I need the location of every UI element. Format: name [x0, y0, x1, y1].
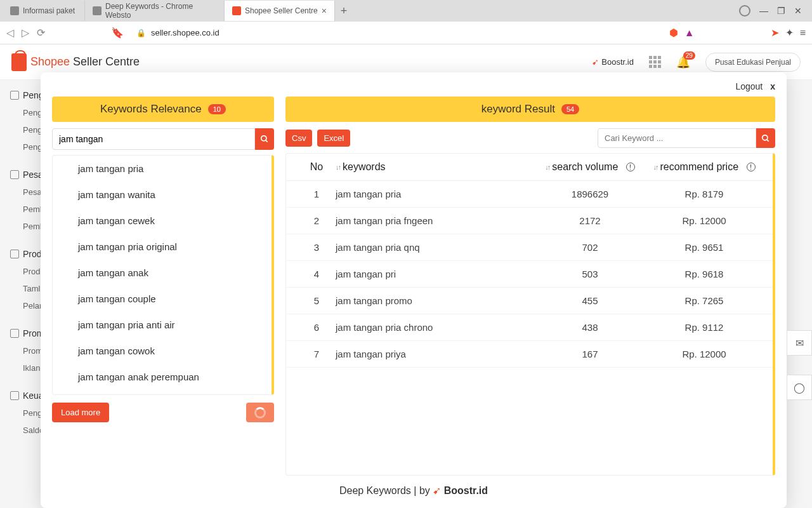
relevance-item[interactable]: jam tangan pria: [53, 156, 272, 182]
profile-icon[interactable]: [739, 5, 750, 17]
cell-volume: 2172: [533, 215, 647, 226]
cell-no: 2: [298, 215, 336, 226]
relevance-list[interactable]: jam tangan pria jam tangan wanita jam ta…: [52, 155, 274, 395]
cell-no: 3: [298, 242, 336, 253]
relevance-item[interactable]: jam tangan anak perempuan: [53, 364, 272, 390]
notification-badge: 29: [683, 51, 695, 60]
relevance-item[interactable]: jam tangan couple: [53, 286, 272, 312]
table-row[interactable]: 4 jam tangan pri 503 Rp. 9618: [286, 261, 773, 288]
browser-tab-active[interactable]: Shopee Seller Centre×: [225, 1, 335, 21]
relevance-item[interactable]: jam tangan pria anti air: [53, 312, 272, 338]
notifications-button[interactable]: 🔔 29: [676, 55, 690, 69]
extension-rocket-icon[interactable]: ➤: [771, 27, 779, 39]
envelope-icon: ✉: [796, 337, 804, 349]
close-window-icon[interactable]: ✕: [794, 6, 802, 16]
list-icon: [10, 170, 19, 179]
sort-icon: ↓↑: [336, 163, 340, 171]
address-bar: ◁ ▷ ⟳ 🔖 🔒 seller.shopee.co.id ⬢ ▲ ➤ ✦ ≡: [0, 22, 812, 44]
education-button[interactable]: Pusat Edukasi Penjual: [705, 53, 801, 72]
back-icon[interactable]: ◁: [6, 27, 14, 39]
new-tab-button[interactable]: +: [335, 4, 353, 18]
relevance-item[interactable]: jam tangan pria original: [53, 234, 272, 260]
sort-icon: ↓↑: [653, 163, 657, 171]
result-search-button[interactable]: [756, 128, 775, 148]
footer-brand: Boostr.id: [444, 485, 488, 496]
cell-volume: 503: [533, 269, 647, 279]
result-filter-input[interactable]: [598, 128, 756, 148]
col-keywords[interactable]: ↓↑keywords: [336, 161, 533, 173]
forward-icon[interactable]: ▷: [22, 27, 29, 39]
cell-keyword: jam tangan pria fngeen: [336, 215, 533, 226]
help-widget[interactable]: ◯: [787, 375, 812, 400]
cell-no: 7: [298, 349, 336, 359]
export-csv-button[interactable]: Csv: [285, 130, 312, 147]
col-price[interactable]: ↓↑recommend price !: [647, 161, 761, 173]
brave-rewards-icon[interactable]: ▲: [684, 27, 695, 39]
boostr-link[interactable]: ➹Boostr.id: [592, 57, 634, 67]
relevance-item[interactable]: jam tangan wanita: [53, 182, 272, 208]
logo-icon: [11, 53, 27, 71]
relevance-item[interactable]: jam tangan cewek: [53, 208, 272, 234]
boostr-label: Boostr.id: [601, 57, 634, 67]
relevance-panel: Keywords Relevance 10 jam tangan pria ja…: [52, 97, 274, 476]
cell-keyword: jam tangan pria: [336, 189, 533, 199]
table-row[interactable]: 3 jam tangan pria qnq 702 Rp. 9651: [286, 234, 773, 261]
lock-icon: 🔒: [136, 29, 146, 37]
address-input[interactable]: 🔒 seller.shopee.co.id: [131, 28, 662, 37]
brand-text: Shopee: [30, 55, 70, 68]
url-text: seller.shopee.co.id: [151, 28, 219, 37]
result-header: keyword Result 54: [285, 97, 775, 122]
relevance-item[interactable]: jam tangan cowok: [53, 338, 272, 364]
col-volume[interactable]: ↓↑search volume !: [533, 161, 647, 173]
rocket-icon: ➹: [592, 57, 599, 67]
relevance-item[interactable]: jam tangan anak: [53, 260, 272, 286]
logout-link[interactable]: Logout: [735, 81, 763, 91]
info-icon[interactable]: !: [747, 163, 756, 171]
maximize-icon[interactable]: ❐: [777, 6, 785, 16]
tag-icon: [10, 329, 19, 338]
window-controls: — ❐ ✕: [739, 5, 809, 17]
close-tab-icon[interactable]: ×: [322, 6, 327, 16]
cell-keyword: jam tangan promo: [336, 295, 533, 306]
browser-tab[interactable]: Informasi paket: [3, 1, 85, 21]
apps-icon[interactable]: [649, 56, 661, 68]
modal-footer: Deep Keywords | by ➹ Boostr.id: [52, 476, 775, 499]
rocket-icon: ➹: [433, 485, 441, 496]
mail-widget[interactable]: ✉: [787, 330, 812, 356]
info-icon[interactable]: !: [626, 163, 635, 171]
browser-tab[interactable]: Deep Keywords - Chrome Websto: [85, 1, 225, 21]
col-no[interactable]: No: [298, 161, 336, 173]
minimize-icon[interactable]: —: [759, 6, 768, 16]
brave-shield-icon[interactable]: ⬢: [669, 27, 678, 39]
reload-icon[interactable]: ⟳: [37, 27, 45, 39]
cell-price: Rp. 12000: [647, 349, 761, 359]
table-row[interactable]: 5 jam tangan promo 455 Rp. 7265: [286, 288, 773, 314]
cell-volume: 455: [533, 295, 647, 306]
brand-subtext: Seller Centre: [73, 55, 140, 68]
relevance-title: Keywords Relevance: [100, 103, 202, 116]
result-panel: keyword Result 54 Csv Excel No ↓↑keyword…: [285, 97, 775, 476]
cell-price: Rp. 9112: [647, 322, 761, 333]
cell-keyword: jam tangan pria qnq: [336, 242, 533, 253]
result-title: keyword Result: [481, 103, 555, 116]
load-more-button[interactable]: Load more: [52, 403, 109, 422]
export-excel-button[interactable]: Excel: [317, 130, 350, 147]
spinner-icon: [254, 407, 266, 418]
favicon-icon: [232, 6, 241, 15]
bookmark-icon[interactable]: 🔖: [111, 27, 124, 39]
close-modal-button[interactable]: x: [770, 81, 775, 91]
search-button[interactable]: [255, 128, 274, 150]
sort-icon: ↓↑: [545, 163, 549, 171]
keyword-search-input[interactable]: [52, 128, 255, 150]
menu-icon[interactable]: ≡: [800, 27, 806, 39]
shopee-logo[interactable]: Shopee Seller Centre: [11, 53, 140, 71]
cell-no: 6: [298, 322, 336, 333]
table-row[interactable]: 1 jam tangan pria 1896629 Rp. 8179: [286, 181, 773, 208]
table-row[interactable]: 6 jam tangan pria chrono 438 Rp. 9112: [286, 314, 773, 341]
table-row[interactable]: 7 jam tangan priya 167 Rp. 12000: [286, 341, 773, 368]
extensions-icon[interactable]: ✦: [785, 27, 794, 39]
result-table: No ↓↑keywords ↓↑search volume ! ↓↑recomm…: [285, 153, 775, 476]
cell-no: 5: [298, 295, 336, 306]
relevance-header: Keywords Relevance 10: [52, 97, 274, 122]
table-row[interactable]: 2 jam tangan pria fngeen 2172 Rp. 12000: [286, 208, 773, 234]
